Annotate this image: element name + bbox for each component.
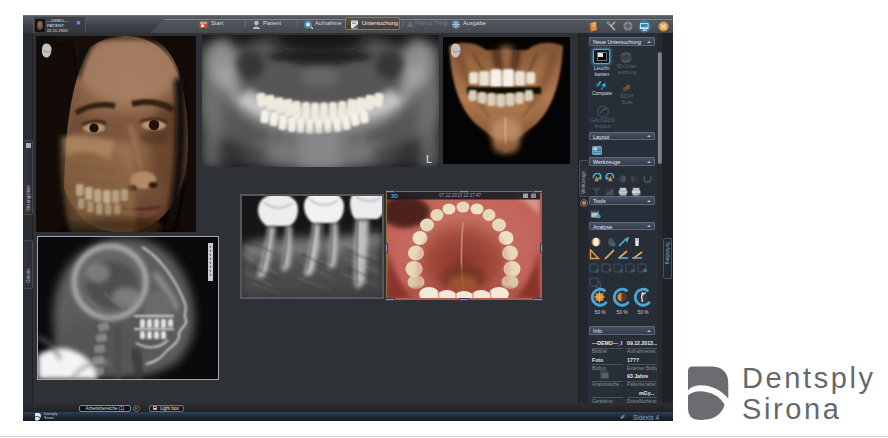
svg-text:3D: 3D [391, 192, 398, 198]
svg-text:L: L [426, 153, 432, 165]
svg-text:07.12.2013 12:17:47: 07.12.2013 12:17:47 [439, 193, 482, 198]
